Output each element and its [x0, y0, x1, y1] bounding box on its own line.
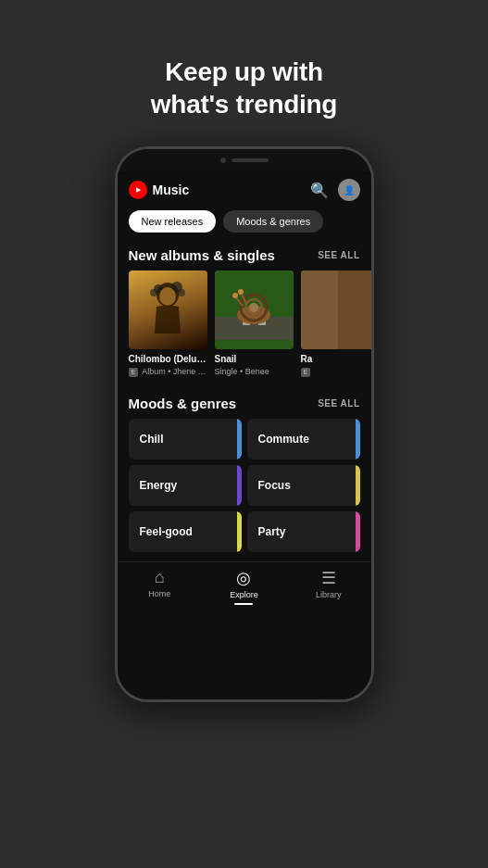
mood-label-focus: Focus	[258, 479, 291, 492]
avatar-icon[interactable]: 👤	[338, 179, 360, 201]
mood-bar-party	[356, 511, 360, 552]
albums-see-all[interactable]: SEE ALL	[318, 250, 359, 260]
notch-camera	[220, 157, 226, 163]
mood-label-energy: Energy	[140, 479, 178, 492]
album-badge-ra: E	[301, 368, 311, 377]
svg-point-15	[232, 293, 238, 298]
album-card-chilombo[interactable]: Chilombo (Deluxe) E Album • Jhene Aiko	[129, 270, 207, 377]
explore-icon: ◎	[236, 568, 251, 588]
svg-point-5	[159, 287, 176, 306]
nav-item-library[interactable]: ☰ Library	[286, 568, 370, 605]
mood-label-party: Party	[258, 525, 286, 538]
notch-speaker	[231, 158, 269, 162]
album-title-chilombo: Chilombo (Deluxe)	[129, 354, 207, 365]
album-cover-chilombo	[129, 270, 207, 349]
mood-tile-feelgood[interactable]: Feel-good	[129, 511, 242, 552]
album-cover-ra	[301, 270, 371, 349]
headline-line2: what's trending	[151, 90, 337, 119]
moods-section-title: Moods & genres	[129, 396, 237, 411]
mood-label-chill: Chill	[140, 433, 164, 446]
mood-tile-commute[interactable]: Commute	[247, 419, 360, 459]
nav-active-indicator	[234, 603, 253, 605]
albums-section-header: New albums & singles SEE ALL	[118, 242, 371, 270]
mood-tile-party[interactable]: Party	[247, 511, 360, 552]
mood-tile-focus[interactable]: Focus	[247, 465, 360, 506]
mood-label-feelgood: Feel-good	[140, 525, 193, 538]
phone-notch	[118, 149, 371, 171]
tab-moods-genres[interactable]: Moods & genres	[223, 210, 323, 233]
album-title-snail: Snail	[215, 354, 294, 365]
library-icon: ☰	[321, 568, 336, 588]
phone-mockup: Music 🔍 👤 New releases Moods & genres Ne…	[115, 146, 374, 702]
bottom-nav: ⌂ Home ◎ Explore ☰ Library	[118, 561, 371, 609]
tab-new-releases[interactable]: New releases	[129, 210, 217, 233]
album-sub-chilombo: E Album • Jhene Aiko	[129, 367, 207, 377]
tab-pills: New releases Moods & genres	[118, 207, 371, 242]
album-cover-snail	[215, 270, 294, 349]
album-badge-chilombo: E	[129, 368, 139, 377]
moods-section: Chill Commute Energy Focus Feel-good	[118, 419, 371, 561]
mood-label-commute: Commute	[258, 433, 309, 446]
headline-line1: Keep up with	[165, 57, 323, 86]
mood-bar-focus	[356, 465, 360, 506]
nav-item-home[interactable]: ⌂ Home	[118, 568, 202, 605]
mood-bar-chill	[237, 419, 242, 459]
album-sub-ra: E	[301, 367, 371, 377]
nav-item-explore[interactable]: ◎ Explore	[202, 568, 286, 605]
search-icon[interactable]: 🔍	[310, 182, 329, 199]
albums-section-title: New albums & singles	[129, 247, 275, 263]
mood-bar-energy	[237, 465, 242, 506]
svg-point-13	[249, 303, 258, 312]
app-screen: Music 🔍 👤 New releases Moods & genres Ne…	[118, 171, 371, 699]
moods-see-all[interactable]: SEE ALL	[318, 398, 359, 409]
album-sub-snail: Single • Benee	[215, 367, 294, 377]
album-card-snail[interactable]: Snail Single • Benee	[215, 270, 294, 377]
svg-point-4	[178, 289, 185, 296]
svg-rect-19	[301, 270, 338, 349]
mood-tile-energy[interactable]: Energy	[129, 465, 242, 506]
album-card-ra[interactable]: Ra E	[301, 270, 371, 377]
mood-bar-feelgood	[237, 511, 242, 552]
home-icon: ⌂	[155, 568, 165, 587]
app-name-label: Music	[153, 182, 190, 197]
nav-label-explore: Explore	[230, 590, 258, 599]
top-icons: 🔍 👤	[310, 179, 360, 201]
youtube-music-logo	[129, 181, 147, 199]
logo-area: Music	[129, 181, 190, 199]
headline: Keep up with what's trending	[151, 56, 337, 120]
svg-point-17	[238, 289, 244, 295]
mood-tile-chill[interactable]: Chill	[129, 419, 242, 459]
nav-label-home: Home	[148, 589, 170, 598]
mood-grid: Chill Commute Energy Focus Feel-good	[129, 419, 360, 561]
album-title-ra: Ra	[301, 354, 371, 365]
top-bar: Music 🔍 👤	[118, 171, 371, 207]
moods-section-header: Moods & genres SEE ALL	[118, 390, 371, 419]
albums-row: Chilombo (Deluxe) E Album • Jhene Aiko	[118, 270, 371, 390]
svg-point-2	[150, 289, 157, 296]
nav-label-library: Library	[316, 590, 342, 599]
mood-bar-commute	[356, 419, 360, 459]
